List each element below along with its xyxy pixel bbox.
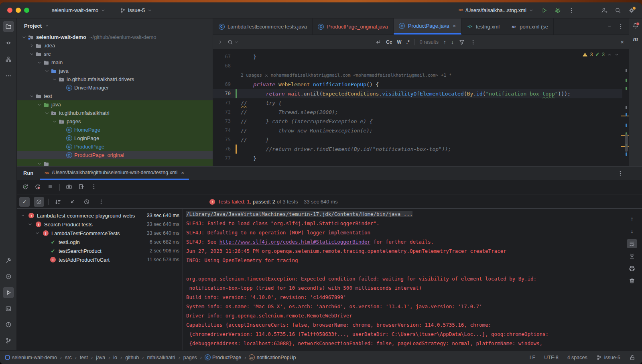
match-case-toggle[interactable]: Cc [386,39,392,45]
close-run-tab-button[interactable]: × [181,170,184,176]
show-ignored-button[interactable] [34,197,44,207]
close-tab-button[interactable]: × [453,23,456,29]
chevron-down-icon[interactable] [36,102,43,107]
newline-toggle[interactable] [375,39,381,45]
test-tree-row-testlogin[interactable]: ✓testLogin6 sec 682 ms [17,238,183,246]
project-tree-row-loginpage[interactable]: CLoginPage [17,134,213,142]
project-tree-row-io.github.mfaisalkhatri.drivers[interactable]: io.github.mfaisalkhatri.drivers [17,75,213,83]
prev-problem-icon[interactable] [607,52,612,57]
chevron-down-icon[interactable] [51,119,58,124]
project-tree-row-pages[interactable]: pages [17,117,213,126]
minimize-window-button[interactable] [16,8,21,13]
chevron-down-icon[interactable] [51,77,58,82]
project-panel-header[interactable]: Project [17,18,213,33]
close-window-button[interactable] [7,8,12,13]
project-tree-row-io.github.mfaisalkhatri[interactable]: io.github.mfaisalkhatri [17,109,213,117]
editor-tab-testng-xml[interactable]: </>testng.xml [461,18,505,35]
lock-icon[interactable] [629,354,636,361]
console-output[interactable]: /Library/Java/JavaVirtualMachines/temuri… [183,208,621,351]
test-tree-row-search-product-tests[interactable]: !Search Product tests33 sec 640 ms [17,220,183,229]
breadcrumb-item-github[interactable]: github [125,355,139,360]
project-tree-row-main[interactable]: main [17,58,213,67]
words-toggle[interactable]: W [397,39,401,45]
code-inlay-hint[interactable]: 2 usagesmohammadfaisalkhatri@gmail.com <… [213,71,622,80]
tab-list-icon[interactable] [607,24,612,29]
show-passed-button[interactable]: ✓ [19,197,30,207]
sort-by-duration-button[interactable] [53,197,63,207]
test-history-button[interactable] [81,197,92,207]
more-run-options-button[interactable] [91,183,97,191]
project-tree-row-.idea[interactable]: .idea [17,41,213,50]
project-tree-row-java[interactable]: java [17,100,213,109]
run-button[interactable] [541,7,547,14]
chevron-down-icon[interactable] [21,35,27,40]
notifications-button[interactable] [632,22,639,29]
run-options-button[interactable] [617,170,624,177]
chevron-down-icon[interactable] [36,60,43,65]
close-search-button[interactable]: × [620,39,624,45]
zoom-window-button[interactable] [24,8,29,13]
breadcrumb-item-productpage[interactable]: CProductPage [205,355,241,360]
navigate-to-source-button[interactable] [67,197,77,207]
tab-options-icon[interactable] [618,23,624,30]
tool-stripe-more-tools[interactable] [3,70,14,81]
rerun-button[interactable] [22,183,28,191]
minimize-run-panel-button[interactable]: — [630,170,636,177]
breadcrumb-item-java[interactable]: java [96,355,105,360]
editor-tab-productpage-original-java[interactable]: CProductPage_original.java [313,18,394,35]
expand-search-icon[interactable] [218,40,223,45]
more-filter-options-button[interactable] [96,197,106,207]
editor-scrollbar[interactable] [623,49,629,166]
tool-stripe-problems-tool[interactable] [3,319,14,330]
clear-console-button[interactable] [627,277,637,285]
project-tree-row-homepage[interactable]: CHomePage [17,126,213,134]
chevron-down-icon[interactable] [35,231,40,236]
tool-stripe-terminal-tool[interactable] [3,303,14,314]
soft-wrap-button[interactable] [627,239,637,248]
project-tree-row-drivermanager[interactable]: CDriverManager [17,83,213,92]
chevron-right-icon[interactable] [28,43,35,48]
search-more-button[interactable] [470,39,476,45]
tool-stripe-services-tool[interactable] [3,271,14,282]
more-actions-button[interactable] [568,7,575,14]
print-button[interactable] [627,264,637,273]
search-filter-button[interactable] [459,39,465,45]
prev-match-button[interactable]: ↑ [443,39,446,45]
test-tree-row-testaddproducttocart[interactable]: !testAddProductToCart11 sec 573 ms [17,255,183,264]
chevron-down-icon[interactable] [36,161,43,166]
tool-stripe-build-tool[interactable] [3,255,14,266]
chevron-down-icon[interactable] [44,69,50,73]
inspections-widget[interactable]: 3 ✓3 [582,51,619,57]
tool-stripe-project-tool[interactable] [3,21,14,32]
next-match-button[interactable]: ↓ [451,39,454,45]
scroll-to-end-button[interactable] [627,252,637,260]
rerun-failed-tests-button[interactable]: ! [35,183,41,191]
debug-button[interactable] [555,7,561,14]
snapshot-button[interactable] [66,183,72,191]
project-tree-row-productpage_original[interactable]: CProductPage_original [17,151,213,159]
branch-widget[interactable]: issue-5 [596,355,620,360]
breadcrumb-item-mfaisalkhatri[interactable]: mfaisalkhatri [147,355,175,360]
tool-stripe-structure-tool[interactable] [3,54,14,65]
branch-selector[interactable]: issue-5 [120,7,152,13]
run-panel-title[interactable]: Run [17,167,40,180]
editor-tab-productpage-java[interactable]: CProductPage.java× [394,18,461,35]
settings-button[interactable] [628,7,635,14]
run-configuration-selector[interactable]: NG /Users/faisalkha...stng.xml [459,7,534,13]
line-separator-widget[interactable]: LF [530,355,536,360]
search-input[interactable] [228,39,239,45]
editor-tab-pom-xml-se[interactable]: mpom.xml (se [505,18,554,35]
project-tree-row-productpage[interactable]: CProductPage [17,142,213,151]
search-everywhere-button[interactable] [615,7,621,14]
run-tab[interactable]: NG /Users/faisalkhatri/github/selenium-w… [40,167,189,180]
chevron-down-icon[interactable] [28,94,35,99]
project-tree-row-src[interactable]: src [17,50,213,58]
breadcrumb-item-notificationpopup[interactable]: mnotificationPopUp [249,355,296,360]
project-selector[interactable]: selenium-wait-demo [52,7,106,13]
prev-occurrence-button[interactable]: ↑ [627,214,637,223]
code-editor[interactable]: 67 }682 usagesmohammadfaisalkhatri@gmail… [213,49,622,166]
breadcrumb-item-pages[interactable]: pages [183,355,197,360]
test-tree-row-testsearchproduct[interactable]: ✓testSearchProduct2 sec 906 ms [17,246,183,255]
breadcrumb-item-test[interactable]: test [80,355,88,360]
breadcrumb-item-io[interactable]: io [113,355,117,360]
